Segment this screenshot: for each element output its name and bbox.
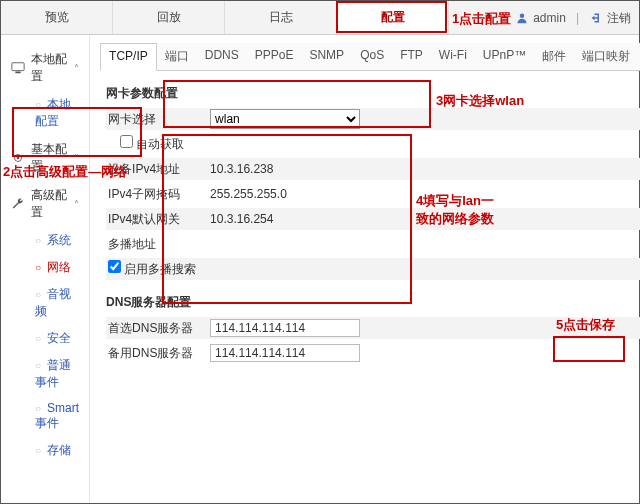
row-ipv4-mask: IPv4子网掩码 255.255.255.0 (106, 183, 640, 205)
ann-text-3: 3网卡选择wlan (436, 92, 524, 110)
content: TCP/IP 端口 DDNS PPPoE SNMP QoS FTP Wi-Fi … (90, 35, 640, 503)
user-name: admin (533, 11, 566, 25)
section-nic-title: 网卡参数配置 (106, 85, 640, 102)
top-nav: 预览 回放 日志 配置 admin | 注销 (1, 1, 639, 35)
user-sep: | (576, 11, 579, 25)
nic-select[interactable]: wlan (210, 109, 360, 129)
topnav-tab-preview[interactable]: 预览 (1, 1, 113, 34)
sidebar-item-local-cfg[interactable]: 本地配置 (1, 91, 89, 135)
row-ipv4-addr: 设备IPv4地址 10.3.16.238 测试 (106, 158, 640, 180)
subtab-upnp[interactable]: UPnP™ (475, 43, 534, 70)
multi-search-text: 启用多播搜索 (124, 262, 196, 276)
multi-search-label[interactable]: 启用多播搜索 (108, 262, 196, 276)
dns2-label: 备用DNS服务器 (106, 345, 202, 362)
sidebar: 本地配置 ˄ 本地配置 基本配置 ˅ 高级配置 ˄ 系统 网络 音视频 (1, 35, 90, 503)
topnav-tab-replay[interactable]: 回放 (113, 1, 225, 34)
row-multicast: 多播地址 (106, 233, 640, 255)
row-nic-select: 网卡选择 wlan (106, 108, 640, 130)
sidebar-item-normal-event[interactable]: 普通事件 (1, 352, 89, 396)
sidebar-item-storage[interactable]: 存储 (1, 437, 89, 464)
ann-text-4a: 4填写与lan一 (416, 192, 494, 210)
svg-rect-1 (12, 63, 24, 71)
topnav-tab-config[interactable]: 配置 (337, 1, 449, 34)
sidebar-item-security[interactable]: 安全 (1, 325, 89, 352)
ipv4-mask-label: IPv4子网掩码 (106, 186, 202, 203)
subtabs: TCP/IP 端口 DDNS PPPoE SNMP QoS FTP Wi-Fi … (100, 43, 640, 71)
subtab-ddns[interactable]: DDNS (197, 43, 247, 70)
ipv4-addr-value: 10.3.16.238 (202, 162, 640, 176)
wrench-icon (11, 197, 25, 211)
multi-search-checkbox[interactable] (108, 260, 121, 273)
ipv4-gw-label: IPv4默认网关 (106, 211, 202, 228)
svg-point-4 (17, 157, 20, 160)
user-icon (515, 11, 529, 25)
tcpip-panel: 网卡参数配置 网卡选择 wlan 自动获取 (100, 71, 640, 408)
subtab-port[interactable]: 端口 (157, 43, 197, 70)
subtab-portmap[interactable]: 端口映射 (574, 43, 638, 70)
multicast-label: 多播地址 (106, 236, 202, 253)
ann-text-1: 1点击配置 (452, 10, 511, 28)
row-dns2: 备用DNS服务器 (106, 342, 640, 364)
monitor-icon (11, 61, 25, 75)
dns2-input[interactable] (210, 344, 360, 362)
logout-icon (589, 11, 603, 25)
sidebar-group-local[interactable]: 本地配置 ˄ (1, 45, 89, 91)
chevron-up-icon: ˄ (74, 199, 79, 210)
sidebar-group-label: 高级配置 (31, 187, 68, 221)
chevron-up-icon: ˄ (74, 63, 79, 74)
row-multi-search: 启用多播搜索 (106, 258, 640, 280)
auto-obtain-label[interactable]: 自动获取 (120, 137, 184, 151)
subtab-tcpip[interactable]: TCP/IP (100, 43, 157, 71)
nic-select-label: 网卡选择 (106, 111, 202, 128)
auto-obtain-text: 自动获取 (136, 137, 184, 151)
subtab-qos[interactable]: QoS (352, 43, 392, 70)
subtab-snmp[interactable]: SNMP (301, 43, 352, 70)
subtab-pppoe[interactable]: PPPoE (247, 43, 302, 70)
subtab-wifi[interactable]: Wi-Fi (431, 43, 475, 70)
sidebar-group-label: 本地配置 (31, 51, 68, 85)
ann-text-4b: 致的网络参数 (416, 210, 494, 228)
sidebar-item-network[interactable]: 网络 (1, 254, 89, 281)
section-dns-title: DNS服务器配置 (106, 294, 640, 311)
sidebar-item-av[interactable]: 音视频 (1, 281, 89, 325)
ann-text-2: 2点击高级配置—网络 (3, 163, 127, 181)
svg-point-0 (520, 14, 525, 19)
logout-link[interactable]: 注销 (607, 10, 631, 27)
subtab-mail[interactable]: 邮件 (534, 43, 574, 70)
sidebar-item-smart-event[interactable]: Smart事件 (1, 396, 89, 437)
user-area: admin | 注销 (515, 1, 631, 35)
dns1-input[interactable] (210, 319, 360, 337)
sidebar-group-adv[interactable]: 高级配置 ˄ (1, 181, 89, 227)
chevron-down-icon: ˅ (74, 153, 79, 164)
ann-text-5: 5点击保存 (556, 316, 615, 334)
topnav-tab-log[interactable]: 日志 (225, 1, 337, 34)
dns1-label: 首选DNS服务器 (106, 320, 202, 337)
row-ipv4-gw: IPv4默认网关 10.3.16.254 (106, 208, 640, 230)
svg-rect-2 (15, 72, 20, 74)
sidebar-item-system[interactable]: 系统 (1, 227, 89, 254)
subtab-ftp[interactable]: FTP (392, 43, 431, 70)
auto-obtain-checkbox[interactable] (120, 135, 133, 148)
row-auto-obtain: 自动获取 (106, 133, 640, 155)
